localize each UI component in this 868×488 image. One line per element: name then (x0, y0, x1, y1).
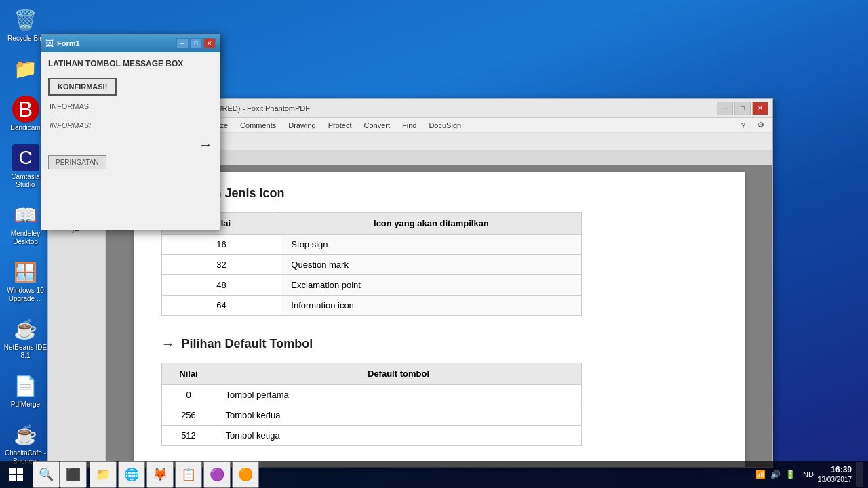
taskbar-firefox-button[interactable]: 🦊 (146, 461, 174, 488)
taskbar-date: 13/03/2017 (818, 475, 852, 485)
form1-konfirmasi-button[interactable]: KONFIRMASI! (48, 78, 117, 96)
pdf-menu-settings[interactable]: ⚙ (752, 119, 770, 131)
form1-informasi-label: INFORMASI (48, 102, 213, 110)
icon-row-64-nilai: 64 (161, 296, 281, 316)
icon-section-title: → Pilihan Jenis Icon (161, 186, 717, 201)
recycle-bin-icon: 🗑️ (12, 6, 39, 33)
start-button[interactable] (6, 464, 26, 485)
pdf-maximize-button[interactable]: □ (734, 102, 751, 115)
icon-table-header-icon: Icon yang akan ditampilkan (281, 213, 581, 235)
taskbar-clock[interactable]: 16:39 13/03/2017 (818, 464, 852, 485)
default-row-256-nilai: 256 (161, 405, 216, 426)
table-row: 48 Exclamation point (161, 275, 581, 296)
default-row-512-nilai: 512 (161, 426, 216, 446)
form1-body: LATIHAN TOMBOL MESSAGE BOX KONFIRMASI! I… (41, 52, 220, 177)
form1-window: 🖼 Form1 ─ □ ✕ LATIHAN TOMBOL MESSAGE BOX… (41, 34, 220, 230)
default-row-0-tombol: Tombol pertama (216, 385, 581, 405)
tray-battery-icon[interactable]: 🔋 (785, 468, 797, 481)
default-row-0-nilai: 0 (161, 385, 216, 405)
netbeans-label: NetBeans IDE 8.1 (4, 344, 47, 360)
pdf-menu-docusign[interactable]: DocuSign (423, 120, 467, 131)
form1-peringatan-button[interactable]: PERINGATAN (48, 155, 106, 169)
taskbar-explorer-button[interactable]: 📁 (90, 461, 117, 488)
taskbar-edge-button[interactable]: 🌐 (118, 461, 145, 488)
desktop: 🗑️ Recycle Bin 📁 B Bandicam C Camtasia S… (0, 0, 868, 488)
default-table-header-nilai: Nilai (161, 363, 216, 385)
icon-row-64-icon: Information icon (281, 296, 581, 316)
pdf-menu-drawing[interactable]: Drawing (283, 120, 321, 131)
table-row: 512 Tombol ketiga (161, 426, 581, 446)
icon-row-48-icon: Exclamation point (281, 275, 581, 296)
pdfmerge-label: PdfMerge (11, 401, 40, 409)
pdf-window-controls: ─ □ ✕ (717, 102, 768, 115)
bandicam-icon: B (12, 96, 39, 123)
tray-network-icon[interactable]: 📶 (755, 468, 767, 481)
windows-logo (9, 468, 23, 481)
icon-section: → Pilihan Jenis Icon Nilai Icon yang aka… (161, 186, 717, 316)
taskbar-task-view-button[interactable]: ⬛ (60, 461, 87, 488)
windows10-icon: 🪟 (12, 258, 39, 285)
camtasia-icon: C (12, 144, 39, 171)
taskbar-search-button[interactable]: 🔍 (33, 461, 60, 488)
pdf-menu-convert[interactable]: Convert (358, 120, 395, 131)
form1-arrow-icon: → (198, 136, 213, 154)
default-section-title: → Pilihan Default Tombol (161, 336, 717, 352)
tray-volume-icon[interactable]: 🔊 (770, 468, 782, 481)
pdf-minimize-button[interactable]: ─ (717, 102, 733, 115)
form1-close-button[interactable]: ✕ (203, 38, 216, 49)
pdf-menu-protect[interactable]: Protect (323, 120, 357, 131)
form1-titlebar: 🖼 Form1 ─ □ ✕ (41, 35, 220, 52)
pdf-menu-help[interactable]: ? (736, 120, 751, 131)
icon-row-16-nilai: 16 (161, 235, 281, 255)
pdf-page: → Pilihan Jenis Icon Nilai Icon yang aka… (134, 172, 745, 467)
taskbar-app3-button[interactable]: 🟠 (232, 461, 259, 488)
table-row: 0 Tombol pertama (161, 385, 581, 405)
systray: 📶 🔊 🔋 (755, 468, 797, 481)
tray-lang-label: IND (801, 470, 814, 479)
icon-row-16-icon: Stop sign (281, 235, 581, 255)
icon-windows10[interactable]: 🪟 Windows 10 Upgrade ... (1, 256, 50, 306)
table-row: 32 Question mark (161, 255, 581, 275)
form1-app-icon: 🖼 (45, 39, 54, 48)
form1-maximize-button[interactable]: □ (190, 38, 202, 49)
folder-icon: 📁 (12, 55, 39, 82)
default-table-header-tombol: Default tombol (216, 363, 581, 385)
form1-info-text: INFORMASI (50, 121, 91, 129)
default-row-256-tombol: Tombol kedua (216, 405, 581, 426)
form1-minimize-button[interactable]: ─ (176, 38, 189, 49)
taskbar-start-area (0, 461, 33, 488)
taskbar-right-area: 📶 🔊 🔋 IND 16:39 13/03/2017 (755, 462, 868, 487)
taskbar-time: 16:39 (818, 464, 852, 476)
table-row: 16 Stop sign (161, 235, 581, 255)
form1-title-left: 🖼 Form1 (45, 39, 80, 48)
form1-controls: ─ □ ✕ (176, 38, 216, 49)
default-section: → Pilihan Default Tombol Nilai Default t… (161, 336, 717, 446)
icon-row-32-icon: Question mark (281, 255, 581, 275)
recycle-bin-label: Recycle Bin (7, 35, 43, 43)
netbeans-icon: ☕ (12, 315, 39, 342)
mendeley-label: Mendeley Desktop (4, 230, 47, 246)
pdf-menu-comments[interactable]: Comments (235, 120, 281, 131)
windows10-label: Windows 10 Upgrade ... (4, 287, 47, 303)
mendeley-icon: 📖 (12, 201, 39, 228)
icon-pdfmerge[interactable]: 📄 PdfMerge (1, 369, 50, 411)
table-row: 256 Tombol kedua (161, 405, 581, 426)
taskbar-show-desktop-button[interactable] (856, 462, 863, 487)
icon-row-32-nilai: 32 (161, 255, 281, 275)
default-table: Nilai Default tombol 0 Tombol pertama (161, 363, 582, 446)
table-row: 64 Information icon (161, 296, 581, 316)
pdf-close-button[interactable]: ✕ (752, 102, 768, 115)
form1-title-text: Form1 (57, 39, 80, 47)
pdfmerge-icon: 📄 (12, 372, 39, 399)
taskbar-app1-button[interactable]: 📋 (175, 461, 202, 488)
arrow-icon-2: → (161, 336, 175, 352)
icon-row-48-nilai: 48 (161, 275, 281, 296)
bandicam-label: Bandicam (10, 124, 40, 132)
pdf-menu-find[interactable]: Find (397, 120, 422, 131)
taskbar-pinned-items: 📁 🌐 🦊 📋 🟣 🟠 (87, 461, 755, 488)
icon-table: Nilai Icon yang akan ditampilkan 16 Stop… (161, 212, 582, 316)
taskbar: 🔍 ⬛ 📁 🌐 🦊 📋 🟣 🟠 📶 🔊 🔋 IND 16:39 13/03/20… (0, 461, 868, 488)
taskbar-app2-button[interactable]: 🟣 (203, 461, 231, 488)
icon-netbeans[interactable]: ☕ NetBeans IDE 8.1 (1, 312, 50, 363)
form1-heading: LATIHAN TOMBOL MESSAGE BOX (48, 59, 213, 68)
